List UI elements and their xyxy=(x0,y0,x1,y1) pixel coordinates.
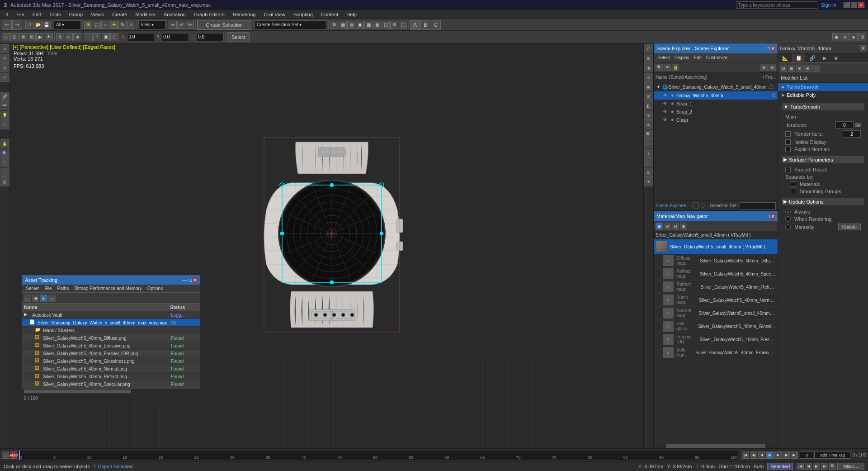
mn-list[interactable]: M Silver_GalaxyWatch5_small_40mm ( VRayM… xyxy=(654,239,778,443)
se-tbtn-4[interactable]: ⊞ xyxy=(760,64,768,71)
ts-always-check[interactable]: ● xyxy=(785,209,791,214)
poly-btn[interactable]: ▣ xyxy=(102,33,110,41)
scene-explorer-btn[interactable]: Scene Explorer xyxy=(656,203,686,208)
menu-help[interactable]: Help xyxy=(343,11,360,18)
sb-pb-btn-2[interactable]: ◀ xyxy=(805,463,812,470)
menu-file[interactable]: File xyxy=(13,11,28,18)
lt-pan-btn[interactable]: ✋ xyxy=(0,139,9,148)
at-max-btn[interactable]: □ xyxy=(189,277,192,283)
menu-group[interactable]: Group xyxy=(66,11,87,18)
tool-btn-2[interactable]: ▦ xyxy=(339,21,347,29)
mod-editable-poly[interactable]: ▶ Editable Poly xyxy=(778,91,868,99)
mn-row-refract[interactable]: Rf Refract map: Silver_GalaxyWatch5_40mm… xyxy=(654,281,778,294)
se-row-watch[interactable]: 👁 ❄ Galaxy_Watch5_40mm ⊡ xyxy=(654,91,778,100)
lt-camera-btn[interactable]: 📷 xyxy=(0,101,9,110)
lt-zoom-btn[interactable]: 🔍 xyxy=(0,149,9,158)
lt-link-btn[interactable]: 🔗 xyxy=(0,92,9,101)
undo-btn[interactable]: ↩ xyxy=(2,20,12,30)
y-coord-input[interactable]: 0.0 xyxy=(162,33,189,41)
create-selection-set-btn[interactable]: Create Selection Set ▾ xyxy=(255,20,327,29)
frp-tab-create[interactable]: 📐 xyxy=(779,54,792,62)
ts-explicit-check[interactable] xyxy=(785,147,791,152)
pb-play-btn[interactable]: ▶ xyxy=(766,452,774,459)
se-min-btn[interactable]: — xyxy=(761,46,766,52)
se-tree[interactable]: ▼ 🌐 Silver_Samsung_Galaxy_Watch_5_small_… xyxy=(654,82,778,200)
extra-btn-4[interactable]: ⊞ xyxy=(858,33,866,41)
tool-btn-1[interactable]: ⚙ xyxy=(330,21,338,29)
menu-modifiers[interactable]: Modifiers xyxy=(132,11,159,18)
vrt-btn-7[interactable]: ◧ xyxy=(644,101,653,110)
lt-light-btn[interactable]: 💡 xyxy=(0,111,9,120)
at-close-btn[interactable]: ✕ xyxy=(193,277,197,283)
sign-in-btn[interactable]: Sign In xyxy=(821,2,836,8)
pb-next-btn[interactable]: ▶ xyxy=(774,452,782,459)
ts-manually-check[interactable] xyxy=(785,224,791,230)
select-region-btn[interactable]: ⬚ xyxy=(93,21,101,29)
select-obj-btn[interactable]: ⊕ xyxy=(84,21,92,29)
mn-scrollbar[interactable] xyxy=(654,443,778,448)
lt-zoomreg-btn[interactable]: ⬚ xyxy=(0,168,9,177)
freeform-btn[interactable]: ⊡ xyxy=(10,33,19,41)
tool-r2-2[interactable]: ⊕ xyxy=(73,33,81,41)
frp-tab-modify[interactable]: 📋 xyxy=(793,54,805,62)
lt-zoomext-btn[interactable]: ⊡ xyxy=(0,158,9,167)
lt-rotate-btn[interactable]: ↻ xyxy=(0,63,9,72)
ts-iter-value[interactable]: 0 xyxy=(835,121,854,128)
mod-turbosmooth[interactable]: ▶ TurboSmooth xyxy=(778,83,868,91)
frp-tab-hierarchy[interactable]: 🔗 xyxy=(806,54,819,62)
ts-section-header[interactable]: ▼ TurboSmooth xyxy=(782,103,864,110)
at-row-file[interactable]: 📄 Silver_Samsung_Galaxy_Watch_5_small_40… xyxy=(22,319,200,327)
render-btn-3[interactable]: C xyxy=(431,20,441,30)
se-row-root[interactable]: ▼ 🌐 Silver_Samsung_Galaxy_Watch_5_small_… xyxy=(654,82,778,91)
select-sub-btn[interactable]: ⊙ xyxy=(2,33,10,41)
select-move-btn[interactable]: ✛ xyxy=(110,21,118,29)
at-row-diffuse[interactable]: 🖼 Silver_GalaxyWatch5_40mm_Diffuse.png F… xyxy=(22,334,200,342)
at-row-emissive[interactable]: 🖼 Silver_GalaxyWatch5_40mm_Emissive.png … xyxy=(22,342,200,350)
vrt-btn-9[interactable]: ⊕ xyxy=(644,120,653,129)
select-label-btn[interactable]: Select xyxy=(227,32,250,42)
frp-tbtn-4[interactable]: ⊕ xyxy=(804,65,811,72)
mn-tbtn-3[interactable]: ⊟ xyxy=(672,223,679,230)
se-tbtn-5[interactable]: ⊟ xyxy=(769,64,776,71)
pb-next-key-btn[interactable]: |▶ xyxy=(783,452,790,459)
se-selection-set-input[interactable] xyxy=(740,202,776,209)
at-menu-options[interactable]: Options xyxy=(146,285,165,291)
menu-scripting[interactable]: Scripting xyxy=(290,11,316,18)
pb-add-time-tag[interactable]: Add Time Tag xyxy=(814,452,850,459)
se-tbtn-2[interactable]: 👁 xyxy=(664,64,671,71)
ts-isoline-check[interactable] xyxy=(785,139,791,145)
menu-graph-editors[interactable]: Graph Editors xyxy=(190,11,228,18)
ts-render-iter-check[interactable]: ✓ xyxy=(785,131,791,137)
se-tbtn-1[interactable]: 🔍 xyxy=(656,64,663,71)
extra-btn-2[interactable]: ⊛ xyxy=(841,33,849,41)
vrt-btn-2[interactable]: ⊞ xyxy=(644,54,653,63)
menu-views[interactable]: Views xyxy=(87,11,108,18)
pb-prev-key-btn[interactable]: ◀| xyxy=(750,452,757,459)
mn-min-btn[interactable]: — xyxy=(761,214,766,219)
at-row-specular[interactable]: 🖼 Silver_GalaxyWatch5_40mm_Specular.png … xyxy=(22,381,200,388)
se-menu-select[interactable]: Select xyxy=(656,55,672,61)
at-btn-4[interactable]: ⊡ xyxy=(48,295,56,302)
se-close-btn[interactable]: ✕ xyxy=(771,46,775,52)
vrt-btn-11[interactable]: ↔ xyxy=(644,139,653,148)
lt-field-btn[interactable]: ▤ xyxy=(0,177,9,186)
ts-update-header[interactable]: ▶ Update Options xyxy=(782,198,864,205)
frp-tbtn-1[interactable]: ⊡ xyxy=(780,65,787,72)
ts-surface-header[interactable]: ▶ Surface Parameters xyxy=(782,156,864,163)
vrt-btn-13[interactable]: ⬚ xyxy=(644,158,653,167)
ts-whenrender-check[interactable] xyxy=(785,216,791,222)
at-row-fresnel[interactable]: 🖼 Silver_GalaxyWatch5_40mm_Fresnel_IOR.p… xyxy=(22,350,200,357)
frp-tbtn-3[interactable]: ⊗ xyxy=(796,65,803,72)
frp-tab-motion[interactable]: ▶ xyxy=(820,54,830,62)
at-row-normal[interactable]: 🖼 Silver_GalaxyWatch5_40mm_Normal.png Fo… xyxy=(22,365,200,373)
vrt-btn-15[interactable]: 👁 xyxy=(644,177,653,186)
mn-max-btn[interactable]: □ xyxy=(767,214,770,219)
at-scrollbar[interactable] xyxy=(22,388,200,394)
sb-pb-btn-4[interactable]: ▶| xyxy=(821,463,828,470)
se-row-strap1[interactable]: 👁 ❄ Strap_1 xyxy=(654,100,778,108)
ts-materials-check[interactable] xyxy=(791,181,796,187)
at-btn-3[interactable]: ⊞ xyxy=(40,295,47,302)
maximize-btn[interactable]: □ xyxy=(851,2,857,8)
tool-btn-3[interactable]: ▤ xyxy=(347,21,355,29)
ts-smooth-check[interactable]: ✓ xyxy=(785,167,791,172)
